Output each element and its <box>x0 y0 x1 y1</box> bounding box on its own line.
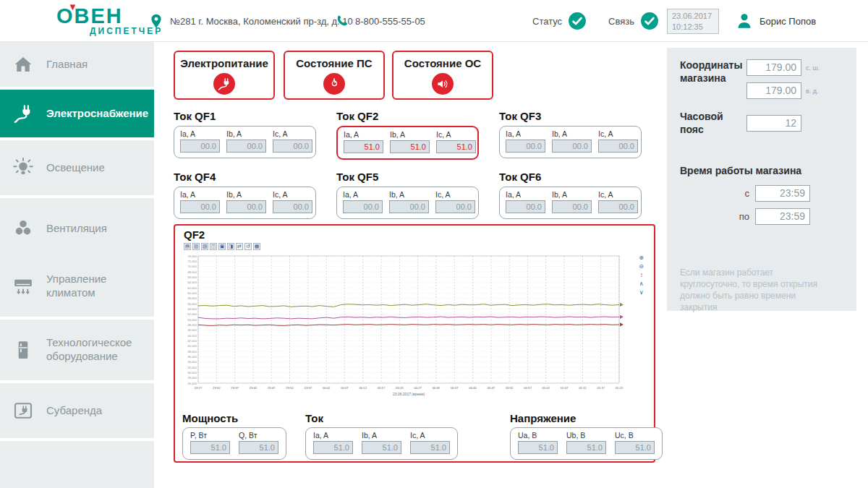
measure-panel-2: ТокIa, A51.0Ib, A51.0Ic, A51.0 <box>305 412 458 460</box>
field-value-input[interactable]: 51.0 <box>518 441 558 454</box>
trend-toolbar-icon-7[interactable]: ⇄ <box>236 243 243 250</box>
measure-panels-row: МощностьP, Вт51.0Q, Вт51.0ТокIa, A51.0Ib… <box>182 412 663 460</box>
field-value-input[interactable]: 00.0 <box>273 200 312 213</box>
field-value-input[interactable]: 00.0 <box>435 200 475 213</box>
field-value-input[interactable]: 00.0 <box>180 200 220 213</box>
field-value-input[interactable]: 00.0 <box>226 140 266 153</box>
latitude-input[interactable]: 179.00 <box>746 59 801 76</box>
measurement-field: Ib, A00.0 <box>226 129 266 153</box>
sidebar-item-4[interactable]: Вентиляция <box>0 198 154 259</box>
trend-toolbar-icon-9[interactable]: ▦ <box>253 243 260 250</box>
plug-icon <box>0 103 46 124</box>
measurement-field: Ub, B51.0 <box>566 431 606 454</box>
field-value-input[interactable]: 00.0 <box>598 200 638 213</box>
qf-panel-body: Ia, A00.0Ib, A00.0Ic, A00.0 <box>499 187 642 219</box>
sidebar-item-label: Главная <box>46 58 88 72</box>
trend-control-icon-4[interactable]: ∧ <box>639 281 644 287</box>
field-value-input[interactable]: 00.0 <box>506 140 545 153</box>
field-value-input[interactable]: 00.0 <box>598 140 638 153</box>
location-pin-icon <box>148 13 164 29</box>
svg-text:48.000: 48.000 <box>187 323 197 327</box>
field-value-input[interactable]: 51.0 <box>313 441 353 454</box>
alarm-button-1[interactable]: Электропитание <box>174 51 275 100</box>
longitude-input[interactable]: 179.00 <box>746 82 801 99</box>
trend-control-icon-1[interactable]: ⊕ <box>639 254 644 261</box>
field-value-input[interactable]: 51.0 <box>390 140 430 153</box>
qf-panel-title: Ток QF4 <box>174 171 316 183</box>
sidebar-item-6[interactable]: Технологическое оборудование <box>0 320 154 380</box>
sidebar-item-2[interactable]: Электроснабжение <box>0 90 154 137</box>
trend-toolbar-icon-2[interactable]: ▥ <box>192 243 200 250</box>
trend-toolbar-icon-4[interactable]: ◫ <box>210 243 217 250</box>
sidebar-item-label: Управление климатом <box>46 273 106 300</box>
svg-text:64.000: 64.000 <box>187 281 197 284</box>
sidebar-item-label: Вентиляция <box>46 222 107 236</box>
field-value-input[interactable]: 51.0 <box>436 140 476 153</box>
field-value-input[interactable]: 51.0 <box>362 441 401 454</box>
field-value-input[interactable]: 00.0 <box>180 140 220 153</box>
trend-toolbar-icon-3[interactable]: ▨ <box>201 243 208 250</box>
field-label: Ia, A <box>180 190 220 199</box>
field-value-input[interactable]: 00.0 <box>273 140 312 153</box>
field-value-input[interactable]: 00.0 <box>226 200 266 213</box>
field-label: Ib, A <box>226 190 266 199</box>
field-value-input[interactable]: 00.0 <box>389 200 429 213</box>
field-value-input[interactable]: 51.0 <box>344 140 383 153</box>
qf2-trend-box: QF2 ▤▥▨◫▣◨⇄↺▦ 74.00072.00070.00068.00066… <box>174 224 655 463</box>
measurement-field: Ib, A00.0 <box>552 129 592 153</box>
sidebar: ГлавнаяЭлектроснабжениеОсвещениеВентиляц… <box>0 42 155 488</box>
svg-text:01:07: 01:07 <box>561 386 569 390</box>
sidebar-item-3[interactable]: Освещение <box>0 140 154 195</box>
worktime-from-input[interactable]: 23:59 <box>755 185 810 202</box>
field-label: Ib, A <box>552 190 592 199</box>
measure-panel-body: Ia, A51.0Ib, A51.0Ic, A51.0 <box>305 427 458 460</box>
field-label: Ic, A <box>410 431 450 440</box>
trend-control-icon-2[interactable]: ⊖ <box>639 263 644 270</box>
field-value-input[interactable]: 51.0 <box>190 441 230 454</box>
alarm-button-label: Состояние ОС <box>393 57 492 69</box>
trend-toolbar-icon-5[interactable]: ▣ <box>218 243 226 250</box>
field-value-input[interactable]: 51.0 <box>410 441 450 454</box>
svg-text:23:42: 23:42 <box>250 386 258 390</box>
svg-text:66.000: 66.000 <box>187 275 197 279</box>
field-value-input[interactable]: 51.0 <box>615 441 655 454</box>
trend-control-icon-5[interactable]: ∨ <box>639 289 644 296</box>
timezone-input[interactable]: 12 <box>746 115 801 132</box>
sidebar-item-1[interactable]: Главная <box>0 42 154 87</box>
measurement-field: Ic, A00.0 <box>273 190 312 213</box>
qf-panel-body: Ia, A00.0Ib, A00.0Ic, A00.0 <box>336 187 479 219</box>
trend-toolbar-icon-1[interactable]: ▤ <box>184 243 191 250</box>
field-label: Ic, A <box>598 129 638 138</box>
home-icon <box>0 53 46 75</box>
measure-panel-body: P, Вт51.0Q, Вт51.0 <box>182 427 286 460</box>
phone-number: 8-800-555-55-05 <box>355 16 425 27</box>
field-label: Ia, A <box>180 129 220 138</box>
field-value-input[interactable]: 51.0 <box>239 441 278 454</box>
measurement-field: Ic, A51.0 <box>410 431 450 454</box>
trend-chart[interactable]: 74.00072.00070.00068.00066.00064.00062.0… <box>181 252 638 408</box>
alarm-button-2[interactable]: Состояние ПС <box>284 51 385 100</box>
field-value-input[interactable]: 00.0 <box>552 200 592 213</box>
oven-logo: ▼ ОВЕН ДИСПЕТЧЕР <box>56 4 163 36</box>
qf-panel-title: Ток QF3 <box>499 110 642 122</box>
trend-control-icon-3[interactable]: ↕ <box>640 272 643 278</box>
sidebar-item-label: Освещение <box>46 161 105 175</box>
alarm-button-3[interactable]: Состояние ОС <box>392 51 493 100</box>
svg-text:23:57: 23:57 <box>305 386 312 390</box>
trend-toolbar-icon-6[interactable]: ◨ <box>227 243 234 250</box>
field-label: Q, Вт <box>239 431 278 440</box>
worktime-to-input[interactable]: 23:59 <box>755 208 810 225</box>
svg-text:00:32: 00:32 <box>433 386 441 390</box>
sidebar-item-5[interactable]: Управление климатом <box>0 256 154 317</box>
field-value-input[interactable]: 00.0 <box>343 200 383 213</box>
measurement-field: Ia, A00.0 <box>506 129 545 153</box>
trend-toolbar-icon-8[interactable]: ↺ <box>244 243 252 250</box>
qf-panel-title: Ток QF6 <box>499 171 642 183</box>
field-value-input[interactable]: 00.0 <box>506 200 545 213</box>
qf-panel-title: Ток QF2 <box>336 110 479 122</box>
sidebar-item-7[interactable]: Субаренда <box>0 383 154 438</box>
svg-text:50.000: 50.000 <box>187 318 197 322</box>
alarm-button-label: Электропитание <box>175 57 273 69</box>
field-value-input[interactable]: 51.0 <box>566 441 606 454</box>
field-value-input[interactable]: 00.0 <box>552 140 592 153</box>
